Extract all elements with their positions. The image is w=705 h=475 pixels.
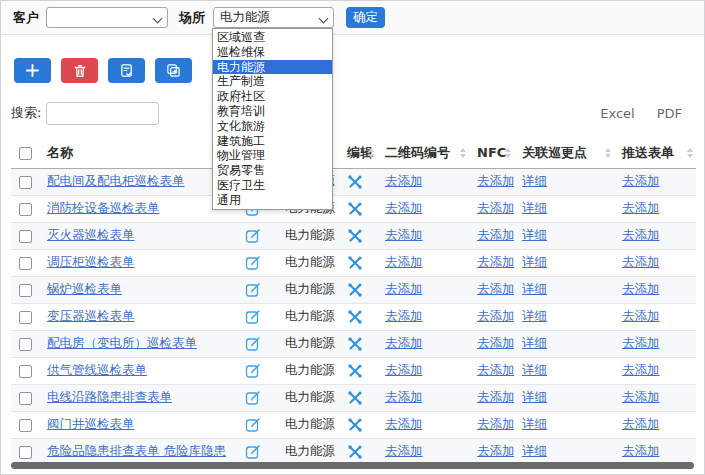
preview-note-icon[interactable] [245, 336, 261, 352]
row-checkbox[interactable] [19, 203, 32, 216]
dropdown-option[interactable]: 教育培训 [213, 104, 332, 119]
dropdown-option[interactable]: 贸易零售 [213, 163, 332, 178]
edit-tools-icon[interactable] [347, 336, 363, 352]
dropdown-option[interactable]: 医疗卫生 [213, 178, 332, 193]
qrcode-add-link[interactable]: 去添加 [385, 281, 423, 296]
export-pdf-button[interactable]: PDF [657, 106, 682, 121]
qrcode-add-link[interactable]: 去添加 [385, 254, 423, 269]
edit-tools-icon[interactable] [347, 174, 363, 190]
nfc-add-link[interactable]: 去添加 [477, 389, 514, 404]
nfc-add-link[interactable]: 去添加 [477, 362, 514, 377]
row-checkbox[interactable] [19, 257, 32, 270]
nfc-add-link[interactable]: 去添加 [477, 281, 514, 296]
patrol-detail-link[interactable]: 详细 [522, 362, 547, 377]
dropdown-option[interactable]: 生产制造 [213, 74, 332, 89]
edit-tools-icon[interactable] [347, 444, 363, 460]
row-checkbox[interactable] [19, 230, 32, 243]
push-form-add-link[interactable]: 去添加 [622, 254, 660, 269]
form-name-link[interactable]: 阀门井巡检表单 [47, 416, 135, 431]
patrol-detail-link[interactable]: 详细 [522, 200, 547, 215]
preview-note-icon[interactable] [245, 282, 261, 298]
edit-tools-icon[interactable] [347, 255, 363, 271]
push-form-add-link[interactable]: 去添加 [622, 281, 660, 296]
patrol-detail-link[interactable]: 详细 [522, 389, 547, 404]
row-checkbox[interactable] [19, 338, 32, 351]
qrcode-add-link[interactable]: 去添加 [385, 308, 423, 323]
patrol-detail-link[interactable]: 详细 [522, 227, 547, 242]
dropdown-option[interactable]: 政府社区 [213, 89, 332, 104]
push-form-add-link[interactable]: 去添加 [622, 200, 660, 215]
push-form-add-link[interactable]: 去添加 [622, 416, 660, 431]
patrol-detail-link[interactable]: 详细 [522, 335, 547, 350]
push-form-add-link[interactable]: 去添加 [622, 173, 660, 188]
dropdown-option[interactable]: 建筑施工 [213, 134, 332, 149]
row-checkbox[interactable] [19, 446, 32, 459]
edit-tools-icon[interactable] [347, 228, 363, 244]
patrol-detail-link[interactable]: 详细 [522, 173, 547, 188]
dropdown-option[interactable]: 巡检维保 [213, 45, 332, 60]
form-name-link[interactable]: 锅炉巡检表单 [47, 281, 122, 296]
form-name-link[interactable]: 配电房（变电所）巡检表单 [47, 335, 197, 350]
col-header-patrol-points[interactable]: 关联巡更点 [514, 138, 614, 168]
form-name-link[interactable]: 调压柜巡检表单 [47, 254, 135, 269]
search-input[interactable] [46, 102, 159, 125]
venue-dropdown[interactable]: 区域巡查巡检维保电力能源生产制造政府社区教育培训文化旅游建筑施工物业管理贸易零售… [212, 28, 333, 210]
edit-tools-icon[interactable] [347, 417, 363, 433]
nfc-add-link[interactable]: 去添加 [477, 416, 514, 431]
row-checkbox[interactable] [19, 419, 32, 432]
dropdown-option[interactable]: 文化旅游 [213, 119, 332, 134]
row-checkbox[interactable] [19, 176, 32, 189]
edit-tools-icon[interactable] [347, 201, 363, 217]
form-name-link[interactable]: 消防栓设备巡检表单 [47, 200, 160, 215]
push-form-add-link[interactable]: 去添加 [622, 362, 660, 377]
copy-form-button[interactable] [155, 58, 192, 83]
patrol-detail-link[interactable]: 详细 [522, 308, 547, 323]
row-checkbox[interactable] [19, 311, 32, 324]
qrcode-add-link[interactable]: 去添加 [385, 362, 423, 377]
preview-note-icon[interactable] [245, 255, 261, 271]
dropdown-option[interactable]: 通用 [213, 193, 332, 208]
preview-note-icon[interactable] [245, 363, 261, 379]
push-form-add-link[interactable]: 去添加 [622, 389, 660, 404]
row-checkbox[interactable] [19, 392, 32, 405]
qrcode-add-link[interactable]: 去添加 [385, 200, 423, 215]
col-header-nfc[interactable]: NFC [469, 138, 514, 168]
edit-tools-icon[interactable] [347, 282, 363, 298]
form-name-link[interactable]: 变压器巡检表单 [47, 308, 135, 323]
qrcode-add-link[interactable]: 去添加 [385, 416, 423, 431]
nfc-add-link[interactable]: 去添加 [477, 200, 514, 215]
edit-tools-icon[interactable] [347, 309, 363, 325]
preview-note-icon[interactable] [245, 228, 261, 244]
nfc-add-link[interactable]: 去添加 [477, 335, 514, 350]
col-header-edit[interactable]: 编辑 [339, 138, 377, 168]
dropdown-option[interactable]: 物业管理 [213, 148, 332, 163]
nfc-add-link[interactable]: 去添加 [477, 443, 514, 458]
form-name-link[interactable]: 供气管线巡检表单 [47, 362, 147, 377]
push-form-add-link[interactable]: 去添加 [622, 308, 660, 323]
nfc-add-link[interactable]: 去添加 [477, 173, 514, 188]
form-name-link[interactable]: 危险品隐患排查表单 危险库隐患 [47, 443, 226, 458]
preview-note-icon[interactable] [245, 390, 261, 406]
venue-select[interactable]: 电力能源 [213, 7, 334, 28]
edit-tools-icon[interactable] [347, 363, 363, 379]
qrcode-add-link[interactable]: 去添加 [385, 173, 423, 188]
form-name-link[interactable]: 灭火器巡检表单 [47, 227, 135, 242]
export-excel-button[interactable]: Excel [600, 106, 634, 121]
edit-tools-icon[interactable] [347, 390, 363, 406]
qrcode-add-link[interactable]: 去添加 [385, 335, 423, 350]
preview-note-icon[interactable] [245, 417, 261, 433]
form-check-button[interactable] [108, 58, 145, 83]
patrol-detail-link[interactable]: 详细 [522, 443, 547, 458]
form-name-link[interactable]: 配电间及配电柜巡检表单 [47, 173, 185, 188]
col-header-qrcode[interactable]: 二维码编号 [377, 138, 469, 168]
add-button[interactable] [14, 58, 51, 83]
push-form-add-link[interactable]: 去添加 [622, 335, 660, 350]
qrcode-add-link[interactable]: 去添加 [385, 443, 423, 458]
nfc-add-link[interactable]: 去添加 [477, 254, 514, 269]
dropdown-option[interactable]: 区域巡查 [213, 30, 332, 45]
patrol-detail-link[interactable]: 详细 [522, 281, 547, 296]
patrol-detail-link[interactable]: 详细 [522, 416, 547, 431]
dropdown-option[interactable]: 电力能源 [213, 60, 332, 75]
customer-select[interactable] [46, 7, 168, 28]
form-name-link[interactable]: 电线沿路隐患排查表单 [47, 389, 172, 404]
